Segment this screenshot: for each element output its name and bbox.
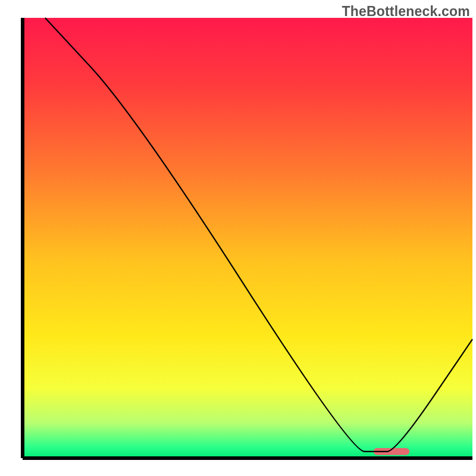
bottleneck-chart (0, 0, 476, 476)
plot-background (23, 18, 472, 458)
chart-container: TheBottleneck.com (0, 0, 476, 476)
watermark-text: TheBottleneck.com (342, 4, 470, 20)
